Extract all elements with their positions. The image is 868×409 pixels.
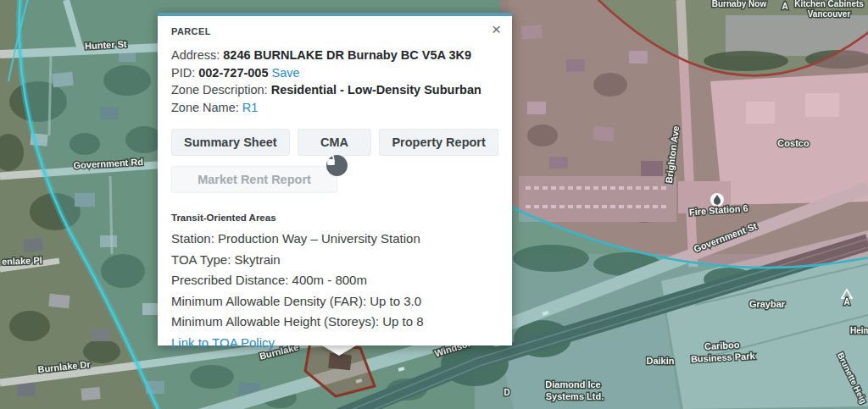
lock-icon [326, 155, 348, 176]
map-label: Diamond Ice [545, 379, 600, 390]
toa-density: Minimum Allowable Density (FAR): Up to 3… [171, 291, 498, 312]
address-row: Address: 8246 BURNLAKE DR Burnaby BC V5A… [171, 47, 498, 64]
pid-label: PID: [171, 66, 195, 80]
map-label: enlake Pl [2, 255, 42, 267]
popup-title: PARCEL [171, 26, 498, 36]
map-label: Vancouver [808, 9, 851, 19]
parcel-popup: PARCEL × Address: 8246 BURNLAKE DR Burna… [158, 13, 512, 345]
toa-type: TOA Type: Skytrain [171, 250, 498, 271]
map-label: A [843, 297, 849, 307]
zone-description-label: Zone Description: [171, 83, 268, 97]
pid-value: 002-727-005 [198, 66, 268, 80]
map-label: Cariboo [704, 340, 740, 351]
property-report-button[interactable]: Property Report [379, 129, 498, 156]
map-label: Daikin [646, 356, 674, 366]
map-label: Kitchen Cabinets [794, 0, 864, 8]
summary-sheet-button[interactable]: Summary Sheet [171, 129, 290, 156]
address-label: Address: [171, 48, 220, 62]
zone-name-row: Zone Name: R1 [171, 99, 498, 117]
map-label: Systems Ltd. [546, 391, 604, 401]
zone-description-row: Zone Description: Residential - Low-Dens… [171, 81, 498, 99]
toa-policy-link[interactable]: Link to TOA Policy [171, 335, 275, 350]
address-value: 8246 BURNLAKE DR Burnaby BC V5A 3K9 [223, 48, 471, 62]
zone-description-value: Residential - Low-Density Suburban [271, 83, 481, 97]
toa-height: Minimum Allowable Height (Storeys): Up t… [171, 312, 498, 333]
pid-row: PID: 002-727-005 Save [171, 64, 498, 82]
close-icon[interactable]: × [492, 21, 501, 37]
map-label: Graybar [749, 299, 786, 309]
market-rent-report-button: Market Rent Report [171, 166, 337, 193]
map-label: D [504, 388, 509, 397]
cma-button[interactable]: CMA [298, 129, 372, 156]
map-label: Burnaby Now [712, 0, 767, 8]
map-label: A [782, 2, 787, 11]
map-label: Heims [850, 326, 868, 335]
zone-name-label: Zone Name: [171, 101, 239, 114]
save-link[interactable]: Save [272, 66, 300, 80]
map-view: Hunter StGovernment Rdenlake PlBurnlake … [0, 0, 868, 409]
toa-heading: Transit-Oriented Areas [171, 213, 498, 223]
map-label: Costco [777, 138, 810, 148]
toa-station: Station: Production Way – University Sta… [171, 229, 498, 250]
zone-name-value[interactable]: R1 [242, 101, 259, 114]
toa-distance: Prescribed Distance: 400m - 800m [171, 270, 498, 291]
